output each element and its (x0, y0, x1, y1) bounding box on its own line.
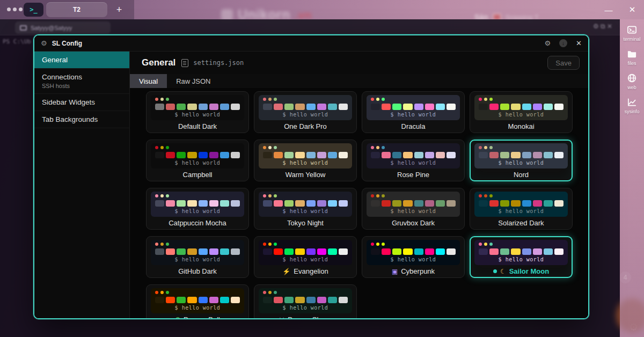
theme-card-sailor-moon[interactable]: $ hello world☾Sailor Moon (470, 236, 573, 278)
new-tab-button[interactable]: + (112, 2, 126, 17)
color-swatch (284, 152, 294, 158)
traffic-dot-icon (160, 243, 164, 246)
save-button[interactable]: Save (547, 56, 580, 70)
theme-grid: $ hello worldDefault Dark$ hello worldOn… (146, 91, 588, 318)
tab-visual[interactable]: Visual (130, 74, 167, 88)
traffic-dots (479, 194, 564, 197)
dialog-settings-icon[interactable]: ⚙ (544, 39, 551, 47)
color-swatch (414, 104, 423, 110)
color-swatch (166, 200, 175, 207)
theme-name-label: Catppuccin Mocha (169, 219, 226, 227)
theme-card-solarized-dark[interactable]: $ hello worldSolarized Dark (470, 188, 573, 230)
theme-name: GitHub Dark (151, 267, 244, 275)
theme-preview: $ hello world (259, 240, 352, 265)
sidebar-item-web[interactable]: web (620, 73, 644, 90)
update-icon[interactable]: ↓ (559, 39, 567, 47)
traffic-dots (155, 98, 240, 101)
theme-card-monokai[interactable]: $ hello worldMonokai (470, 91, 573, 133)
color-swatch (177, 152, 186, 158)
tab-t2[interactable]: T2 (46, 2, 107, 17)
sidebar-item-sidebar-widgets[interactable]: Sidebar Widgets (34, 94, 129, 111)
color-swatch (209, 152, 218, 158)
theme-card-campbell[interactable]: $ hello worldCampbell (146, 140, 249, 181)
theme-preview: $ hello world (259, 288, 352, 313)
window-options-dots[interactable] (7, 8, 23, 11)
color-swatch (403, 200, 412, 207)
theme-card-rose-pine[interactable]: $ hello worldRose Pine (362, 140, 465, 181)
theme-name-label: One Dark Pro (284, 122, 326, 130)
sidebar-item-tab-backgrounds[interactable]: Tab Backgrounds (34, 111, 129, 128)
color-swatch (554, 104, 564, 110)
theme-card-nord[interactable]: $ hello worldNord (470, 140, 573, 181)
color-swatch (436, 200, 445, 207)
color-swatch (177, 297, 186, 303)
theme-card-gruvbox-dark[interactable]: $ hello worldGruvbox Dark (362, 188, 465, 230)
color-swatch (479, 200, 488, 207)
color-swatch (522, 200, 531, 207)
theme-card-dracula[interactable]: $ hello worldDracula (362, 91, 465, 133)
color-swatch (522, 248, 531, 255)
sidebar-item-sysinfo[interactable]: sysinfo (620, 97, 644, 114)
folder-icon (627, 49, 637, 59)
color-swatch (544, 152, 553, 158)
theme-name-label: Evangelion (294, 267, 328, 275)
close-button[interactable]: ✕ (625, 2, 640, 17)
theme-card-cyberpunk[interactable]: $ hello world▣Cyberpunk (362, 236, 465, 278)
tab-raw-json[interactable]: Raw JSON (167, 74, 219, 88)
dialog-titlebar: ⚙ SL Config ⚙ ↓ ✕ (34, 35, 588, 52)
color-swatch (489, 200, 499, 207)
traffic-dot-icon (484, 243, 487, 246)
theme-card-one-dark-pro[interactable]: $ hello worldOne Dark Pro (254, 91, 357, 133)
theme-name-label: Cyberpunk (401, 267, 435, 275)
theme-card-tokyo-night[interactable]: $ hello worldTokyo Night (254, 188, 357, 230)
tab-label: T2 (73, 6, 80, 13)
minimize-button[interactable]: — (601, 2, 616, 17)
theme-name: Solarized Dark (474, 219, 568, 227)
sidebar-item-connections[interactable]: Connections SSH hosts (34, 69, 129, 94)
color-swatch (274, 104, 283, 110)
theme-card-default-dark[interactable]: $ hello worldDefault Dark (146, 91, 249, 133)
desktop: Unikorn .vn Sản Snipping T >_ T2 + — ✕ S… (0, 0, 644, 337)
sidebar-item-terminal[interactable]: terminal (620, 25, 644, 42)
traffic-dot-icon (268, 243, 272, 246)
theme-card-warm-yellow[interactable]: $ hello worldWarm Yellow (254, 140, 357, 181)
traffic-dot-icon (263, 98, 266, 101)
preview-command: $ hello world (155, 208, 240, 214)
color-swatch (382, 104, 391, 110)
sidebar-item-files[interactable]: files (620, 49, 644, 66)
theme-card-evangelion[interactable]: $ hello world⚡Evangelion (254, 236, 357, 278)
theme-card-dragon-ball[interactable]: $ hello world✪Dragon Ball (146, 284, 249, 318)
preview-command: $ hello world (371, 112, 456, 118)
color-swatch (371, 200, 380, 207)
color-swatch (447, 248, 456, 255)
color-swatch (339, 200, 348, 207)
traffic-dot-icon (166, 291, 169, 294)
preview-command: $ hello world (263, 305, 348, 311)
color-swatch (392, 152, 401, 158)
color-swatch (339, 152, 348, 158)
theme-card-github-dark[interactable]: $ hello worldGitHub Dark (146, 236, 249, 278)
color-swatch (231, 152, 240, 158)
traffic-dots (155, 291, 240, 294)
traffic-dot-icon (382, 194, 385, 197)
sidebar-item-sublabel: SSH hosts (42, 83, 122, 89)
traffic-dot-icon (160, 194, 164, 197)
color-swatch (317, 248, 326, 255)
chart-icon (627, 97, 637, 107)
color-swatch (447, 152, 456, 158)
color-swatch (295, 152, 304, 158)
terminal-app-button[interactable]: >_ (24, 3, 43, 17)
theme-card-catppuccin-mocha[interactable]: $ hello worldCatppuccin Mocha (146, 188, 249, 230)
traffic-dot-icon (489, 243, 493, 246)
sidebar-item-general[interactable]: General (34, 52, 129, 69)
dialog-close-icon[interactable]: ✕ (576, 39, 582, 47)
traffic-dot-icon (274, 243, 277, 246)
sailor-moon-icon: ☾ (500, 268, 506, 275)
theme-card-demon-slayer[interactable]: $ hello world⚔Demon Slayer (254, 284, 357, 318)
traffic-dot-icon (263, 146, 266, 149)
preview-command: $ hello world (371, 208, 456, 214)
color-swatch (263, 200, 272, 207)
color-swatch (155, 297, 164, 303)
color-swatch (274, 200, 283, 207)
color-swatches (479, 200, 564, 207)
